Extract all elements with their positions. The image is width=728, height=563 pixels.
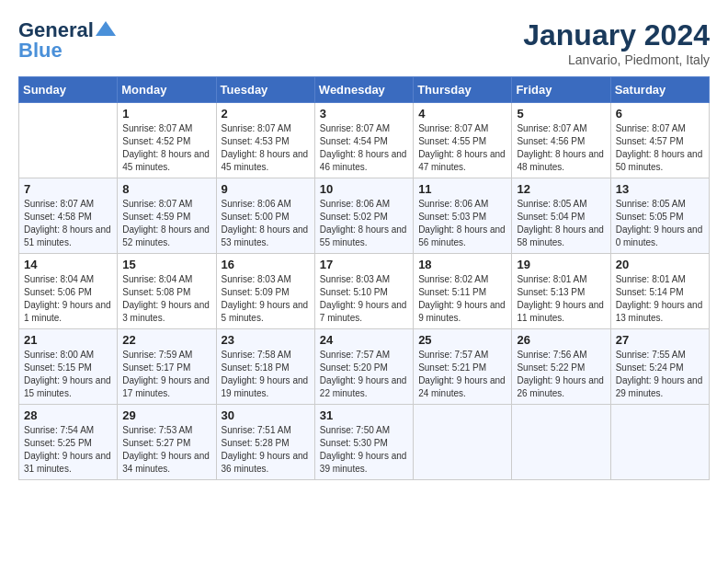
calendar-cell: 3Sunrise: 8:07 AMSunset: 4:54 PMDaylight… — [314, 103, 413, 178]
day-detail: Sunrise: 8:01 AMSunset: 5:13 PMDaylight:… — [517, 273, 605, 325]
day-detail: Sunrise: 8:07 AMSunset: 4:58 PMDaylight:… — [24, 198, 112, 249]
day-detail: Sunrise: 8:04 AMSunset: 5:08 PMDaylight:… — [122, 273, 210, 325]
day-detail: Sunrise: 8:06 AMSunset: 5:03 PMDaylight:… — [418, 198, 506, 249]
calendar-cell: 14Sunrise: 8:04 AMSunset: 5:06 PMDayligh… — [19, 254, 118, 329]
day-number: 20 — [616, 258, 704, 271]
calendar-cell: 6Sunrise: 8:07 AMSunset: 4:57 PMDaylight… — [610, 103, 709, 178]
day-number: 5 — [517, 107, 605, 121]
day-number: 16 — [222, 258, 310, 271]
calendar-cell: 10Sunrise: 8:06 AMSunset: 5:02 PMDayligh… — [314, 178, 413, 254]
day-detail: Sunrise: 7:59 AMSunset: 5:17 PMDaylight:… — [122, 349, 210, 400]
day-detail: Sunrise: 8:00 AMSunset: 5:15 PMDaylight:… — [24, 349, 112, 400]
calendar-cell: 23Sunrise: 7:58 AMSunset: 5:18 PMDayligh… — [216, 329, 314, 405]
day-detail: Sunrise: 7:54 AMSunset: 5:25 PMDaylight:… — [24, 424, 112, 476]
svg-marker-0 — [96, 21, 116, 36]
calendar-cell: 2Sunrise: 8:07 AMSunset: 4:53 PMDaylight… — [216, 103, 314, 178]
calendar-cell: 29Sunrise: 7:53 AMSunset: 5:27 PMDayligh… — [118, 405, 216, 480]
day-detail: Sunrise: 8:07 AMSunset: 4:57 PMDaylight:… — [616, 122, 704, 174]
day-number: 2 — [222, 107, 310, 121]
day-number: 29 — [122, 408, 210, 422]
header-sunday: Sunday — [19, 77, 118, 103]
day-detail: Sunrise: 7:51 AMSunset: 5:28 PMDaylight:… — [222, 424, 310, 476]
day-detail: Sunrise: 8:07 AMSunset: 4:53 PMDaylight:… — [222, 122, 310, 174]
calendar-cell: 1Sunrise: 8:07 AMSunset: 4:52 PMDaylight… — [118, 103, 216, 178]
header-tuesday: Tuesday — [216, 77, 314, 103]
logo-text-blue: Blue — [18, 39, 63, 63]
location: Lanvario, Piedmont, Italy — [523, 52, 710, 67]
calendar-cell: 26Sunrise: 7:56 AMSunset: 5:22 PMDayligh… — [512, 329, 610, 405]
logo: General Blue — [18, 18, 116, 63]
day-detail: Sunrise: 8:02 AMSunset: 5:11 PMDaylight:… — [418, 273, 506, 325]
day-number: 21 — [24, 333, 112, 347]
day-number: 28 — [24, 408, 112, 422]
page-header: General Blue January 2024 Lanvario, Pied… — [18, 18, 710, 67]
day-detail: Sunrise: 8:06 AMSunset: 5:02 PMDaylight:… — [320, 198, 408, 249]
day-number: 9 — [222, 182, 310, 196]
calendar-week-4: 21Sunrise: 8:00 AMSunset: 5:15 PMDayligh… — [19, 329, 710, 405]
day-number: 31 — [320, 408, 408, 422]
day-number: 1 — [122, 107, 210, 121]
calendar-cell: 22Sunrise: 7:59 AMSunset: 5:17 PMDayligh… — [118, 329, 216, 405]
header-monday: Monday — [118, 77, 216, 103]
day-number: 7 — [24, 182, 112, 196]
calendar-cell: 13Sunrise: 8:05 AMSunset: 5:05 PMDayligh… — [610, 178, 709, 254]
calendar-cell: 28Sunrise: 7:54 AMSunset: 5:25 PMDayligh… — [19, 405, 118, 480]
day-number: 25 — [418, 333, 506, 347]
day-number: 12 — [517, 182, 605, 196]
calendar-cell: 5Sunrise: 8:07 AMSunset: 4:56 PMDaylight… — [512, 103, 610, 178]
month-title: January 2024 — [523, 18, 710, 52]
day-detail: Sunrise: 8:03 AMSunset: 5:10 PMDaylight:… — [320, 273, 408, 325]
header-friday: Friday — [512, 77, 610, 103]
day-number: 6 — [616, 107, 704, 121]
day-detail: Sunrise: 8:03 AMSunset: 5:09 PMDaylight:… — [222, 273, 310, 325]
day-number: 22 — [122, 333, 210, 347]
calendar-cell: 8Sunrise: 8:07 AMSunset: 4:59 PMDaylight… — [118, 178, 216, 254]
day-detail: Sunrise: 8:07 AMSunset: 4:55 PMDaylight:… — [418, 122, 506, 174]
day-detail: Sunrise: 8:04 AMSunset: 5:06 PMDaylight:… — [24, 273, 112, 325]
calendar-cell: 16Sunrise: 8:03 AMSunset: 5:09 PMDayligh… — [216, 254, 314, 329]
calendar-cell: 11Sunrise: 8:06 AMSunset: 5:03 PMDayligh… — [414, 178, 512, 254]
calendar-cell: 9Sunrise: 8:06 AMSunset: 5:00 PMDaylight… — [216, 178, 314, 254]
calendar-cell: 19Sunrise: 8:01 AMSunset: 5:13 PMDayligh… — [512, 254, 610, 329]
calendar-cell: 17Sunrise: 8:03 AMSunset: 5:10 PMDayligh… — [314, 254, 413, 329]
day-detail: Sunrise: 7:57 AMSunset: 5:21 PMDaylight:… — [418, 349, 506, 400]
calendar-cell: 21Sunrise: 8:00 AMSunset: 5:15 PMDayligh… — [19, 329, 118, 405]
day-detail: Sunrise: 7:50 AMSunset: 5:30 PMDaylight:… — [320, 424, 408, 476]
day-detail: Sunrise: 8:05 AMSunset: 5:04 PMDaylight:… — [517, 198, 605, 249]
calendar-table: SundayMondayTuesdayWednesdayThursdayFrid… — [18, 76, 710, 480]
calendar-cell: 31Sunrise: 7:50 AMSunset: 5:30 PMDayligh… — [314, 405, 413, 480]
day-detail: Sunrise: 7:56 AMSunset: 5:22 PMDaylight:… — [517, 349, 605, 400]
day-number: 13 — [616, 182, 704, 196]
day-detail: Sunrise: 7:58 AMSunset: 5:18 PMDaylight:… — [222, 349, 310, 400]
header-saturday: Saturday — [610, 77, 709, 103]
day-number: 23 — [222, 333, 310, 347]
calendar-cell: 25Sunrise: 7:57 AMSunset: 5:21 PMDayligh… — [414, 329, 512, 405]
day-number: 27 — [616, 333, 704, 347]
day-detail: Sunrise: 8:07 AMSunset: 4:59 PMDaylight:… — [122, 198, 210, 249]
calendar-cell: 12Sunrise: 8:05 AMSunset: 5:04 PMDayligh… — [512, 178, 610, 254]
calendar-cell — [414, 405, 512, 480]
calendar-week-1: 1Sunrise: 8:07 AMSunset: 4:52 PMDaylight… — [19, 103, 710, 178]
title-area: January 2024 Lanvario, Piedmont, Italy — [523, 18, 710, 67]
calendar-cell: 4Sunrise: 8:07 AMSunset: 4:55 PMDaylight… — [414, 103, 512, 178]
calendar-cell: 15Sunrise: 8:04 AMSunset: 5:08 PMDayligh… — [118, 254, 216, 329]
calendar-cell — [610, 405, 709, 480]
day-detail: Sunrise: 8:05 AMSunset: 5:05 PMDaylight:… — [616, 198, 704, 249]
header-wednesday: Wednesday — [314, 77, 413, 103]
day-number: 8 — [122, 182, 210, 196]
day-number: 11 — [418, 182, 506, 196]
calendar-week-3: 14Sunrise: 8:04 AMSunset: 5:06 PMDayligh… — [19, 254, 710, 329]
day-number: 10 — [320, 182, 408, 196]
calendar-cell — [19, 103, 118, 178]
day-detail: Sunrise: 8:07 AMSunset: 4:56 PMDaylight:… — [517, 122, 605, 174]
day-detail: Sunrise: 8:06 AMSunset: 5:00 PMDaylight:… — [222, 198, 310, 249]
calendar-cell — [512, 405, 610, 480]
day-number: 26 — [517, 333, 605, 347]
day-detail: Sunrise: 7:53 AMSunset: 5:27 PMDaylight:… — [122, 424, 210, 476]
day-number: 18 — [418, 258, 506, 271]
calendar-cell: 7Sunrise: 8:07 AMSunset: 4:58 PMDaylight… — [19, 178, 118, 254]
header-thursday: Thursday — [414, 77, 512, 103]
day-detail: Sunrise: 7:57 AMSunset: 5:20 PMDaylight:… — [320, 349, 408, 400]
day-number: 24 — [320, 333, 408, 347]
day-number: 14 — [24, 258, 112, 271]
